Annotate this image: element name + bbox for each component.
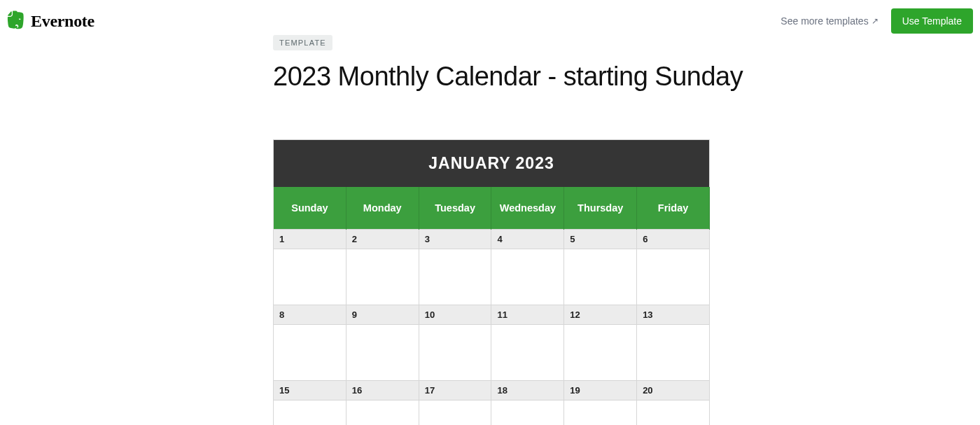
calendar-date-row: 15 16 17 18 19 20 [274, 381, 710, 400]
calendar-month-title: JANUARY 2023 [274, 140, 710, 188]
calendar-table: JANUARY 2023 Sunday Monday Tuesday Wedne… [273, 139, 710, 425]
day-header: Friday [637, 187, 710, 230]
date-cell: 8 [274, 305, 346, 325]
date-cell: 20 [637, 381, 710, 400]
calendar-body-row [274, 325, 710, 381]
evernote-elephant-icon [7, 11, 25, 32]
date-cell: 12 [564, 305, 637, 325]
date-cell: 6 [637, 230, 710, 249]
day-header: Tuesday [419, 187, 491, 230]
calendar-body-row [274, 249, 710, 305]
date-cell: 2 [346, 230, 419, 249]
date-cell: 9 [346, 305, 419, 325]
brand-name: Evernote [31, 12, 94, 31]
date-cell: 5 [564, 230, 637, 249]
day-header: Thursday [564, 187, 637, 230]
page-title: 2023 Monthly Calendar - starting Sunday [273, 62, 973, 92]
calendar-day-header-row: Sunday Monday Tuesday Wednesday Thursday… [274, 187, 710, 230]
calendar-date-row: 1 2 3 4 5 6 [274, 230, 710, 249]
date-cell: 19 [564, 381, 637, 400]
date-cell: 18 [491, 381, 564, 400]
calendar-body-row [274, 400, 710, 426]
calendar-date-row: 8 9 10 11 12 13 [274, 305, 710, 325]
date-cell: 11 [491, 305, 564, 325]
date-cell: 13 [637, 305, 710, 325]
template-badge: TEMPLATE [273, 35, 332, 50]
date-cell: 16 [346, 381, 419, 400]
use-template-button[interactable]: Use Template [891, 8, 973, 34]
see-more-label: See more templates [780, 15, 868, 27]
top-actions: See more templates ↗ Use Template [780, 8, 973, 34]
day-header: Wednesday [491, 187, 564, 230]
brand-logo[interactable]: Evernote [7, 11, 94, 32]
calendar-month-row: JANUARY 2023 [274, 140, 710, 188]
date-cell: 1 [274, 230, 346, 249]
arrow-up-right-icon: ↗ [872, 16, 878, 26]
date-cell: 3 [419, 230, 491, 249]
date-cell: 4 [491, 230, 564, 249]
topbar: Evernote See more templates ↗ Use Templa… [0, 0, 980, 35]
content-area: TEMPLATE 2023 Monthly Calendar - startin… [273, 35, 973, 425]
see-more-templates-link[interactable]: See more templates ↗ [780, 15, 878, 27]
date-cell: 15 [274, 381, 346, 400]
day-header: Monday [346, 187, 419, 230]
date-cell: 17 [419, 381, 491, 400]
day-header: Sunday [274, 187, 346, 230]
date-cell: 10 [419, 305, 491, 325]
